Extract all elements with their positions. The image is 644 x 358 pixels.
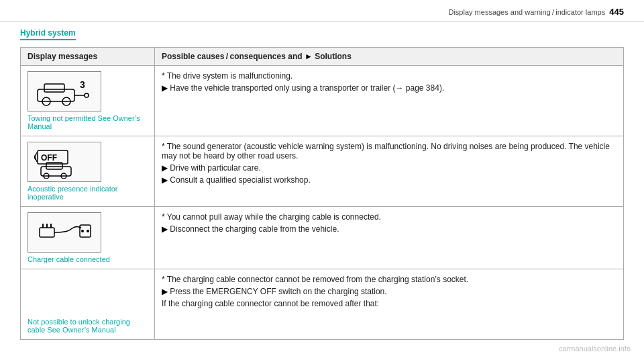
svg-rect-1	[44, 84, 64, 92]
list-item: You cannot pull away while the charging …	[162, 212, 616, 222]
section-title: Hybrid system	[20, 28, 76, 40]
label-charger: Charger cable connected	[28, 255, 148, 263]
svg-point-6	[85, 93, 89, 97]
page-header: Display messages and warning / indicator…	[0, 0, 644, 21]
list-item: Press the EMERGENCY OFF switch on the ch…	[162, 287, 616, 296]
cell-causes-charger: You cannot pull away while the charging …	[155, 207, 624, 269]
list-item: Disconnect the charging cable from the v…	[162, 224, 616, 234]
svg-text:3: 3	[80, 79, 85, 90]
page-number: 445	[609, 7, 624, 17]
list-item: Drive with particular care.	[162, 163, 616, 173]
icon-unlock	[28, 275, 101, 315]
cell-causes-towing: The drive system is malfunctioning.Have …	[155, 66, 624, 136]
watermark: carmanualsonline.info	[559, 345, 631, 353]
cell-causes-unlock: The charging cable connector cannot be r…	[155, 269, 624, 340]
svg-rect-13	[40, 228, 54, 237]
cell-icon-unlock: Not possible to unlock charging cable Se…	[21, 269, 155, 340]
label-towing: Towing not permitted See Owner’s Manual	[28, 114, 148, 130]
label-acoustic: Acoustic presence indica­tor inoperative	[28, 185, 148, 201]
display-messages-table: Display messages Possible causes / conse…	[20, 47, 624, 340]
icon-acoustic: OFF	[28, 142, 101, 182]
label-unlock: Not possible to unlock charging cable Se…	[28, 318, 148, 334]
list-item: The sound generator (acoustic vehicle wa…	[162, 142, 616, 161]
list-item: Have the vehicle transported only using …	[162, 83, 616, 93]
cell-icon-acoustic: OFF Acoustic presence indica­tor inopera…	[21, 136, 155, 207]
list-item: If the charging cable connector cannot b…	[162, 299, 616, 308]
col-causes-solutions: Possible causes / consequences and ► Sol…	[155, 48, 624, 66]
col-display-messages: Display messages	[21, 48, 155, 66]
list-item: The drive system is malfunctioning.	[162, 71, 616, 81]
header-text: Display messages and warning / indicator…	[448, 8, 605, 16]
svg-point-19	[87, 230, 89, 232]
cell-icon-charger: Charger cable connected	[21, 207, 155, 269]
cell-icon-towing: 3 Towing not permitted See Owner’s Manua…	[21, 66, 155, 136]
icon-charger	[28, 212, 101, 253]
cell-causes-acoustic: The sound generator (acoustic vehicle wa…	[155, 136, 624, 207]
list-item: Consult a qualified specialist workshop.	[162, 175, 616, 185]
svg-text:OFF: OFF	[41, 153, 57, 163]
main-content: Hybrid system Display messages Possible …	[0, 21, 644, 353]
icon-towing: 3	[28, 71, 101, 111]
list-item: The charging cable connector cannot be r…	[162, 275, 616, 284]
svg-point-18	[81, 230, 84, 232]
